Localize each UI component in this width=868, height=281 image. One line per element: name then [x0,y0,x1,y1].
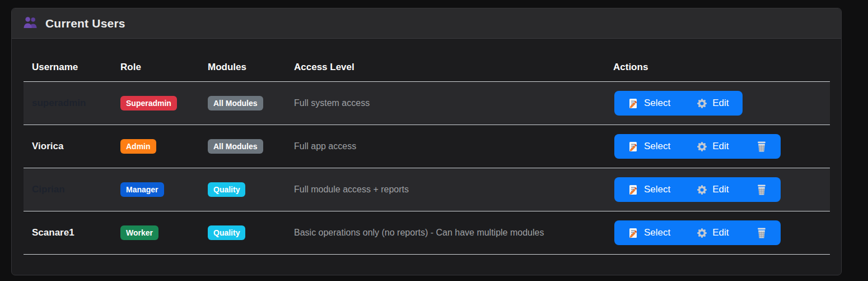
access-level-cell: Full system access [294,98,370,108]
edit-button-label: Edit [712,184,729,195]
edit-button-label: Edit [712,98,729,109]
gear-icon [697,185,707,195]
table-row: Scanare1 Worker Quality Basic operations… [24,211,830,255]
edit-button[interactable]: Edit [684,134,742,159]
users-table: Username Role Modules Access Level Actio… [24,52,830,255]
select-button-label: Select [644,184,670,195]
wastebasket-icon [756,227,767,239]
table-row: Viorica Admin All Modules Full app acces… [24,125,830,168]
edit-button-label: Edit [712,227,729,238]
wastebasket-icon [756,184,767,196]
select-button[interactable]: Select [614,134,684,159]
edit-button[interactable]: Edit [684,91,742,116]
select-button[interactable]: Select [614,220,684,245]
delete-button[interactable] [743,177,781,202]
select-button-label: Select [644,227,670,238]
table-row: superadmin Superadmin All Modules Full s… [24,82,830,125]
gear-icon [697,228,707,238]
col-header-actions: Actions [605,52,830,82]
role-badge: Manager [120,182,164,197]
edit-button[interactable]: Edit [684,220,742,245]
role-badge: Admin [120,139,156,154]
actions-group: Select Edit [614,134,781,159]
col-header-role: Role [112,52,199,82]
col-header-username: Username [24,52,112,82]
select-button[interactable]: Select [614,91,684,116]
access-level-cell: Basic operations only (no reports) - Can… [294,228,544,237]
table-header-row: Username Role Modules Access Level Actio… [24,52,830,82]
username-cell: Ciprian [32,184,65,195]
module-badge: Quality [208,225,245,240]
card-body: Username Role Modules Access Level Actio… [12,39,841,255]
delete-button[interactable] [743,220,781,245]
table-row: Ciprian Manager Quality Full module acce… [24,168,830,211]
memo-icon [628,141,638,152]
memo-icon [628,98,638,109]
users-icon [23,16,38,31]
page-title: Current Users [45,17,125,30]
col-header-modules: Modules [199,52,286,82]
role-badge: Worker [120,225,158,240]
actions-group: Select Edit [614,177,781,202]
username-cell: Scanare1 [32,227,74,238]
access-level-cell: Full app access [294,141,356,151]
edit-button[interactable]: Edit [684,177,742,202]
module-badge: All Modules [208,139,263,154]
select-button[interactable]: Select [614,177,684,202]
wastebasket-icon [756,141,767,153]
col-header-access-level: Access Level [286,52,605,82]
delete-button[interactable] [743,134,781,159]
username-cell: superadmin [32,98,86,108]
module-badge: Quality [208,182,245,197]
module-badge: All Modules [208,96,263,110]
edit-button-label: Edit [712,141,729,152]
access-level-cell: Full module access + reports [294,185,409,194]
current-users-card: Current Users Username Role Modules Acce… [11,8,842,275]
select-button-label: Select [644,141,670,152]
actions-group: Select Edit [614,91,743,116]
username-cell: Viorica [32,141,63,151]
gear-icon [697,99,707,108]
memo-icon [628,185,638,195]
memo-icon [628,228,638,238]
role-badge: Superadmin [120,96,177,110]
card-header: Current Users [12,8,841,39]
select-button-label: Select [644,98,670,109]
gear-icon [697,142,707,151]
actions-group: Select Edit [614,220,781,245]
